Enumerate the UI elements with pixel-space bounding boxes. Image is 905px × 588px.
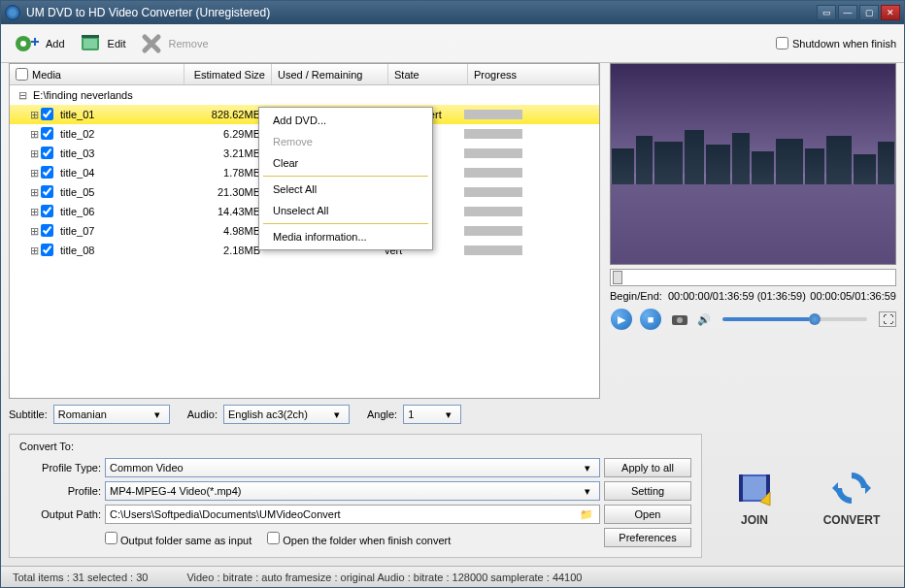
expand-icon[interactable]: ⊞ [27,186,41,199]
profile-dropdown[interactable]: MP4-MPEG-4 Video(*.mp4) ▾ [105,481,600,501]
ctx-media-info[interactable]: Media information... [259,226,432,247]
status-items: Total items : 31 selected : 30 [13,572,148,583]
expand-icon[interactable]: ⊞ [27,225,41,238]
audio-dropdown[interactable]: English ac3(2ch) ▾ [223,405,350,424]
profile-type-dropdown[interactable]: Common Video ▾ [105,458,600,477]
row-checkbox[interactable] [41,127,56,142]
row-checkbox[interactable] [41,205,56,219]
expand-icon[interactable]: ⊞ [27,245,41,257]
svg-point-1 [20,41,26,47]
folder-icon[interactable]: 📁 [580,508,595,521]
begin-end-value: 00:00:00/01:36:59 (01:36:59) [668,290,806,302]
row-progress [464,245,599,255]
expand-icon[interactable]: ⊟ [16,89,29,102]
row-progress [464,148,599,158]
row-title: title_05 [56,186,181,198]
maximize-button[interactable]: ▢ [859,5,879,20]
remove-button[interactable]: Remove [132,28,215,59]
row-checkbox[interactable] [41,108,56,122]
row-title: title_08 [56,245,181,256]
timeline-slider[interactable] [610,269,896,286]
media-list: Media Estimated Size Used / Remaining St… [9,63,600,399]
svg-rect-3 [34,38,36,46]
convert-panel: Convert To: Profile Type: Common Video ▾… [9,434,702,558]
expand-icon[interactable]: ⊞ [27,128,41,141]
convert-button[interactable]: CONVERT [807,434,896,558]
remove-icon [138,30,165,57]
volume-slider[interactable] [722,317,867,321]
row-checkbox[interactable] [41,147,56,161]
ctx-separator [263,176,428,177]
time-info: Begin/End: 00:00:00/01:36:59 (01:36:59) … [610,290,896,302]
svg-marker-15 [832,482,838,494]
chevron-down-icon: ▾ [580,460,595,475]
expand-icon[interactable]: ⊞ [27,109,41,121]
row-size: 1.78MB [181,167,268,179]
ctx-separator-2 [263,223,428,224]
angle-label: Angle: [367,408,397,420]
fullscreen-button[interactable]: ⛶ [879,311,896,327]
row-size: 6.29MB [181,128,268,140]
shutdown-checkbox[interactable]: Shutdown when finish [776,37,896,49]
join-label: JOIN [741,513,768,527]
row-checkbox[interactable] [41,224,56,239]
convert-title: Convert To: [19,441,691,452]
window-title: UM DVD to HD Video Converter (Unregister… [26,6,817,19]
timeline-thumb[interactable] [613,271,622,284]
setting-button[interactable]: Setting [604,481,691,501]
header-checkbox[interactable] [16,68,28,81]
ctx-select-all[interactable]: Select All [259,179,432,200]
subtitle-dropdown[interactable]: Romanian ▾ [53,405,170,424]
profile-label: Profile: [19,485,101,497]
apply-all-button[interactable]: Apply to all [604,458,691,477]
stop-button[interactable]: ■ [639,308,662,331]
ctx-add-dvd[interactable]: Add DVD... [259,110,432,131]
volume-thumb[interactable] [809,313,821,325]
row-title: title_02 [56,128,181,140]
add-button[interactable]: Add [9,28,71,59]
row-checkbox[interactable] [41,185,56,200]
output-same-checkbox[interactable]: Output folder same as input [105,532,251,546]
minimize-button[interactable]: — [838,5,857,20]
app-icon [5,5,20,20]
remove-label: Remove [169,38,209,49]
row-checkbox[interactable] [41,166,56,180]
angle-dropdown[interactable]: 1 ▾ [403,405,461,424]
ctx-unselect-all[interactable]: Unselect All [259,200,432,221]
row-size: 4.98MB [181,225,268,237]
position-value: 00:00:05/01:36:59 [810,290,896,302]
row-size: 3.21MB [181,147,268,159]
preview-image [610,63,896,265]
row-progress [464,226,599,236]
open-button[interactable]: Open [604,505,691,524]
source-folder[interactable]: ⊟ E:\finding neverlands [10,85,599,105]
join-button[interactable]: JOIN [710,434,799,558]
convert-label: CONVERT [823,513,881,527]
row-title: title_04 [56,167,181,179]
close-button[interactable]: ✕ [881,5,900,20]
ctx-clear[interactable]: Clear [259,152,432,174]
row-progress [464,129,599,139]
ctx-remove[interactable]: Remove [259,131,432,152]
output-path-input[interactable]: C:\Users\Softpedia\Documents\UMVideoConv… [105,505,600,524]
expand-icon[interactable]: ⊞ [27,147,41,160]
open-after-checkbox[interactable]: Open the folder when finish convert [267,532,451,546]
row-title: title_06 [56,206,181,217]
stream-settings: Subtitle: Romanian ▾ Audio: English ac3(… [1,399,904,430]
toolbar: Add Edit Remove Shutdown when finish [1,24,904,63]
snapshot-button[interactable] [668,308,691,331]
col-state[interactable]: State [388,64,468,84]
edit-button[interactable]: Edit [71,28,132,59]
col-used[interactable]: Used / Remaining [272,64,388,84]
row-checkbox[interactable] [41,244,56,258]
expand-icon[interactable]: ⊞ [27,167,41,180]
window-help-button[interactable]: ▭ [817,5,836,20]
preferences-button[interactable]: Preferences [604,528,691,547]
col-progress[interactable]: Progress [468,64,599,84]
col-media[interactable]: Media [10,64,184,84]
col-size[interactable]: Estimated Size [184,64,272,84]
svg-rect-5 [84,39,97,49]
shutdown-checkbox-input[interactable] [776,37,788,49]
play-button[interactable]: ▶ [610,308,633,331]
expand-icon[interactable]: ⊞ [27,206,41,218]
